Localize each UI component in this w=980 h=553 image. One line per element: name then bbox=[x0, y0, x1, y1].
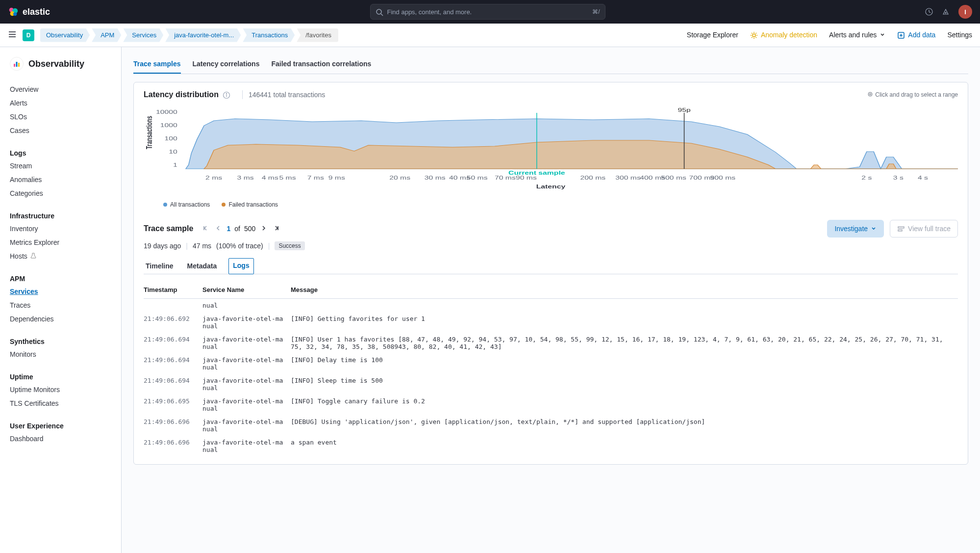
pager-prev-icon[interactable] bbox=[214, 224, 223, 234]
sidebar-item-uptime-monitors[interactable]: Uptime Monitors bbox=[0, 383, 121, 396]
table-row[interactable]: nual bbox=[144, 299, 958, 313]
anomaly-icon bbox=[750, 31, 758, 39]
sidebar-item-tls-certificates[interactable]: TLS Certificates bbox=[0, 396, 121, 410]
svg-point-22 bbox=[870, 93, 871, 95]
legend-all[interactable]: All transactions bbox=[163, 201, 210, 208]
log-message: [INFO] Delay time is 100 bbox=[291, 353, 958, 374]
table-row[interactable]: 21:49:06.694java-favorite-otel-manual[IN… bbox=[144, 353, 958, 374]
col-message[interactable]: Message bbox=[291, 282, 958, 299]
inner-tab-logs[interactable]: Logs bbox=[228, 258, 253, 274]
legend-failed[interactable]: Failed transactions bbox=[222, 201, 278, 208]
svg-text:10: 10 bbox=[169, 149, 177, 155]
log-message: [INFO] Sleep time is 500 bbox=[291, 374, 958, 395]
pager-next-icon[interactable] bbox=[259, 224, 268, 234]
user-avatar[interactable]: I bbox=[958, 5, 972, 19]
trace-pager: 1 of 500 bbox=[201, 224, 281, 234]
inner-tab-timeline[interactable]: Timeline bbox=[144, 258, 176, 274]
svg-text:2 s: 2 s bbox=[861, 175, 872, 181]
brand-logo[interactable]: elastic bbox=[8, 6, 50, 17]
tab-latency-correlations[interactable]: Latency correlations bbox=[193, 55, 260, 74]
log-service: java-favorite-otel-manual bbox=[202, 374, 291, 395]
svg-text:10000: 10000 bbox=[156, 109, 177, 115]
sidebar-item-dependencies[interactable]: Dependencies bbox=[0, 312, 121, 326]
inner-tab-metadata[interactable]: Metadata bbox=[185, 258, 219, 274]
add-data-link[interactable]: Add data bbox=[897, 31, 935, 39]
log-message: [DEBUG] Using 'application/json', given … bbox=[291, 415, 958, 436]
tab-trace-samples[interactable]: Trace samples bbox=[133, 55, 181, 74]
table-row[interactable]: 21:49:06.692java-favorite-otel-manual[IN… bbox=[144, 312, 958, 333]
table-row[interactable]: 21:49:06.695java-favorite-otel-manual[IN… bbox=[144, 395, 958, 415]
table-row[interactable]: 21:49:06.694java-favorite-otel-manual[IN… bbox=[144, 333, 958, 353]
deployment-badge[interactable]: D bbox=[23, 29, 34, 41]
svg-text:200 ms: 200 ms bbox=[580, 175, 606, 181]
sidebar-item-synthetics-monitors[interactable]: Monitors bbox=[0, 347, 121, 361]
add-data-icon bbox=[897, 31, 905, 39]
sidebar-item-slos[interactable]: SLOs bbox=[0, 110, 121, 124]
view-full-trace-button: View full trace bbox=[890, 220, 958, 237]
settings-link[interactable]: Settings bbox=[947, 31, 972, 39]
breadcrumb-service-name[interactable]: java-favorite-otel-m... bbox=[165, 28, 241, 42]
sidebar-item-overview[interactable]: Overview bbox=[0, 82, 121, 96]
log-message: [INFO] User 1 has favorites [88, 47, 48,… bbox=[291, 333, 958, 353]
status-badge: Success bbox=[275, 241, 304, 250]
total-transactions: 146441 total transactions bbox=[249, 91, 325, 99]
sidebar-group-logs: Logs bbox=[0, 145, 121, 159]
col-service[interactable]: Service Name bbox=[202, 282, 291, 299]
info-icon[interactable] bbox=[223, 90, 230, 99]
transaction-tabs: Trace samples Latency correlations Faile… bbox=[133, 55, 968, 74]
nav-toggle-icon[interactable] bbox=[8, 30, 17, 40]
log-message: a span event bbox=[291, 436, 958, 456]
storage-explorer-link[interactable]: Storage Explorer bbox=[687, 31, 738, 39]
pager-last-icon[interactable] bbox=[272, 224, 281, 234]
latency-distribution-panel: Latency distribution 146441 total transa… bbox=[133, 82, 968, 465]
sidebar-item-dashboard[interactable]: Dashboard bbox=[0, 432, 121, 446]
sidebar-item-anomalies[interactable]: Anomalies bbox=[0, 173, 121, 186]
search-kbd-hint: ⌘/ bbox=[592, 8, 600, 15]
svg-text:3 ms: 3 ms bbox=[237, 175, 254, 181]
log-message: [INFO] Toggle canary failure is 0.2 bbox=[291, 395, 958, 415]
trace-duration: 47 ms bbox=[193, 242, 211, 250]
svg-text:300 ms: 300 ms bbox=[615, 175, 641, 181]
svg-text:4 ms: 4 ms bbox=[262, 175, 278, 181]
investigate-button[interactable]: Investigate bbox=[827, 220, 884, 237]
breadcrumb-transactions[interactable]: Transactions bbox=[243, 28, 295, 42]
table-row[interactable]: 21:49:06.694java-favorite-otel-manual[IN… bbox=[144, 374, 958, 395]
main-content: Trace samples Latency correlations Faile… bbox=[122, 47, 980, 553]
breadcrumb-apm[interactable]: APM bbox=[92, 28, 121, 42]
chevron-down-icon bbox=[871, 225, 877, 233]
table-row[interactable]: 21:49:06.696java-favorite-otel-manuala s… bbox=[144, 436, 958, 456]
svg-text:1: 1 bbox=[173, 162, 177, 168]
svg-rect-15 bbox=[14, 64, 15, 67]
pager-first-icon[interactable] bbox=[201, 224, 210, 234]
global-search-input[interactable]: Find apps, content, and more. ⌘/ bbox=[370, 4, 605, 20]
sidebar-item-metrics-explorer[interactable]: Metrics Explorer bbox=[0, 236, 121, 249]
alerts-rules-dropdown[interactable]: Alerts and rules bbox=[829, 31, 885, 39]
svg-text:50 ms: 50 ms bbox=[467, 175, 488, 181]
sidebar-item-alerts[interactable]: Alerts bbox=[0, 96, 121, 110]
table-row[interactable]: 21:49:06.696java-favorite-otel-manual[DE… bbox=[144, 415, 958, 436]
trace-age: 19 days ago bbox=[144, 242, 181, 250]
help-icon[interactable] bbox=[925, 7, 934, 16]
newsfeed-icon[interactable] bbox=[942, 7, 951, 16]
col-timestamp[interactable]: Timestamp bbox=[144, 282, 202, 299]
log-ts: 21:49:06.694 bbox=[144, 333, 202, 353]
breadcrumb-services[interactable]: Services bbox=[123, 28, 163, 42]
y-axis-title: Transactions bbox=[145, 116, 153, 149]
tab-failed-correlations[interactable]: Failed transaction correlations bbox=[271, 55, 371, 74]
anomaly-detection-link[interactable]: Anomaly detection bbox=[750, 31, 817, 39]
sidebar-item-inventory[interactable]: Inventory bbox=[0, 222, 121, 236]
latency-chart[interactable]: Transactions 10000 1000 100 10 1 Current… bbox=[144, 105, 958, 193]
breadcrumb-observability[interactable]: Observability bbox=[40, 28, 90, 42]
sidebar-item-stream[interactable]: Stream bbox=[0, 159, 121, 173]
sidebar-item-cases[interactable]: Cases bbox=[0, 124, 121, 137]
sidebar: Observability Overview Alerts SLOs Cases… bbox=[0, 47, 122, 553]
chart-hint: Click and drag to select a range bbox=[867, 91, 958, 99]
sidebar-item-categories[interactable]: Categories bbox=[0, 186, 121, 200]
sidebar-item-services[interactable]: Services bbox=[0, 285, 121, 298]
pager-total: 500 bbox=[244, 225, 255, 233]
log-ts: 21:49:06.692 bbox=[144, 312, 202, 333]
observability-icon bbox=[10, 57, 24, 71]
sidebar-item-traces[interactable]: Traces bbox=[0, 298, 121, 312]
target-icon bbox=[867, 91, 873, 99]
sidebar-item-hosts[interactable]: Hosts bbox=[0, 249, 121, 263]
